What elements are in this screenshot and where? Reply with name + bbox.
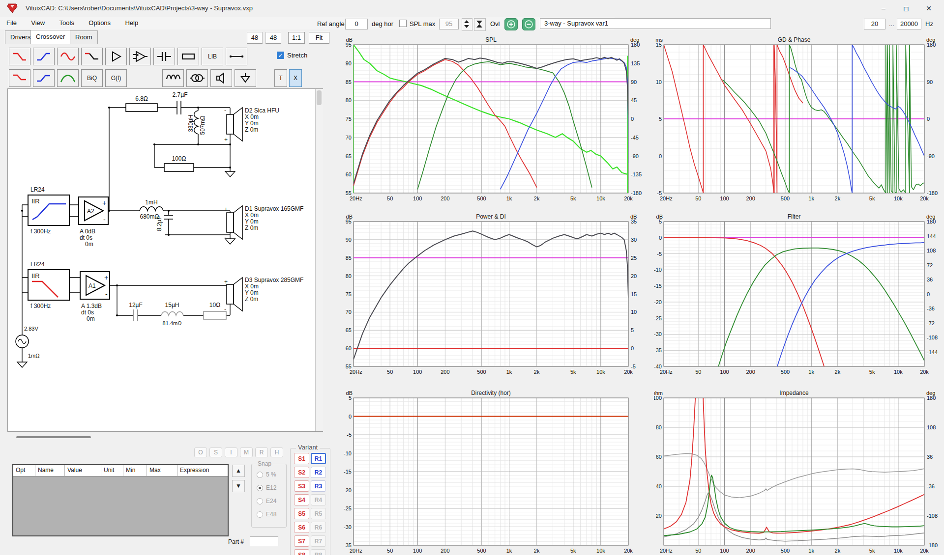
mid-amp-label[interactable]: A2 xyxy=(87,208,94,215)
snap-5pct-radio[interactable]: 5 % xyxy=(257,471,276,478)
freq-min-input[interactable]: 20 xyxy=(864,19,885,29)
part-number-input[interactable] xyxy=(250,536,278,546)
tab-room[interactable]: Room xyxy=(70,30,98,44)
peak-block-button[interactable] xyxy=(57,69,79,87)
wire-button[interactable] xyxy=(226,48,247,65)
variant-r1-button[interactable]: R1 xyxy=(311,453,326,464)
lowshelf-block-button[interactable] xyxy=(9,69,30,87)
stretch-option[interactable]: ✓ Stretch xyxy=(277,52,307,59)
h-column-button[interactable]: H xyxy=(270,448,283,457)
variant-s3-button[interactable]: S3 xyxy=(294,480,309,492)
grid-size-y-button[interactable]: 48 xyxy=(266,32,281,44)
d1-name[interactable]: D1 Supravox 165GMF xyxy=(245,205,303,212)
vscroll-thumb[interactable] xyxy=(317,90,322,105)
spl-max-checkbox[interactable] xyxy=(399,20,407,27)
spinner-control[interactable] xyxy=(462,18,472,31)
menu-help[interactable]: Help xyxy=(118,17,145,29)
text-tool-button[interactable]: T xyxy=(274,69,287,87)
menu-view[interactable]: View xyxy=(25,17,51,29)
svg-text:20k: 20k xyxy=(624,369,633,375)
chart-spl: SPLdBdeg95908580757065605518013590450-45… xyxy=(342,35,654,205)
m-column-button[interactable]: M xyxy=(240,448,253,457)
grid-size-x-button[interactable]: 48 xyxy=(247,32,263,44)
menu-file[interactable]: File xyxy=(0,17,23,29)
col-opt[interactable]: Opt xyxy=(13,465,35,476)
variant-s2-button[interactable]: S2 xyxy=(294,467,309,478)
col-unit[interactable]: Unit xyxy=(101,465,123,476)
variant-s1-button[interactable]: S1 xyxy=(294,453,309,464)
svg-text:50: 50 xyxy=(695,548,701,554)
variant-s7-button[interactable]: S7 xyxy=(294,535,309,547)
d3-name[interactable]: D3 Supravox 285GMF xyxy=(245,277,303,283)
col-name[interactable]: Name xyxy=(35,465,65,476)
variant-r4-button[interactable]: R4 xyxy=(311,494,326,505)
zoom-fit-button[interactable]: Fit xyxy=(309,32,329,44)
tab-crossover[interactable]: Crossover xyxy=(30,30,70,44)
col-max[interactable]: Max xyxy=(147,465,177,476)
schematic-vscrollbar[interactable] xyxy=(315,89,323,431)
variant-r7-button[interactable]: R7 xyxy=(311,535,326,547)
s-column-button[interactable]: S xyxy=(209,448,222,457)
variant-s4-button[interactable]: S4 xyxy=(294,494,309,505)
buffer-block-button[interactable] xyxy=(105,48,127,65)
overlay-add-button[interactable] xyxy=(504,18,518,30)
hscroll-thumb[interactable] xyxy=(16,436,91,438)
resistor-button[interactable] xyxy=(177,48,199,65)
shelf-block-button[interactable] xyxy=(81,48,103,65)
freq-max-input[interactable]: 20000 xyxy=(897,19,921,29)
delete-tool-button[interactable]: X xyxy=(289,69,302,87)
stretch-checkbox[interactable]: ✓ xyxy=(277,52,284,59)
transformer-button[interactable] xyxy=(186,69,208,87)
row-up-button[interactable]: ▲ xyxy=(232,465,245,477)
svg-text:GD & Phase: GD & Phase xyxy=(778,36,811,43)
biquad-button[interactable]: BiQ xyxy=(81,69,103,87)
close-button[interactable]: ✕ xyxy=(917,0,940,16)
variant-r2-button[interactable]: R2 xyxy=(311,467,326,478)
i-column-button[interactable]: I xyxy=(225,448,237,457)
bandpass-block-button[interactable] xyxy=(57,48,79,65)
snap-e48-radio[interactable]: E48 xyxy=(257,511,276,518)
maximize-button[interactable]: ◻ xyxy=(895,0,917,16)
overlay-remove-button[interactable] xyxy=(522,18,535,30)
opamp-block-button[interactable] xyxy=(129,48,151,65)
minimize-button[interactable]: – xyxy=(872,0,895,16)
schematic-canvas[interactable]: 6.8Ω 2.7µF 330µH 507mΩ 100Ω - + D2 Sica … xyxy=(7,88,323,432)
woofer-amp-label[interactable]: A1 xyxy=(88,282,96,289)
ground-button[interactable] xyxy=(235,69,256,87)
parameter-table[interactable]: Opt Name Value Unit Min Max Expression xyxy=(12,464,229,536)
app-logo-icon xyxy=(7,3,18,13)
mid-delay-label: dt 0s xyxy=(80,234,92,241)
variant-r5-button[interactable]: R5 xyxy=(311,508,326,519)
highshelf-block-button[interactable] xyxy=(33,69,55,87)
speaker-button[interactable] xyxy=(210,69,232,87)
variant-s6-button[interactable]: S6 xyxy=(294,522,309,533)
menu-options[interactable]: Options xyxy=(82,17,117,29)
r-column-button[interactable]: R xyxy=(255,448,268,457)
hourglass-button[interactable] xyxy=(474,18,486,31)
variant-s5-button[interactable]: S5 xyxy=(294,508,309,519)
col-expression[interactable]: Expression xyxy=(177,465,227,476)
variant-combo[interactable]: 3-way - Supravox var1 xyxy=(540,18,771,29)
variant-r3-button[interactable]: R3 xyxy=(311,480,326,492)
menu-tools[interactable]: Tools xyxy=(53,17,81,29)
col-min[interactable]: Min xyxy=(123,465,147,476)
library-button[interactable]: LIB xyxy=(202,48,223,65)
d2-name[interactable]: D2 Sica HFU xyxy=(245,107,279,114)
col-value[interactable]: Value xyxy=(65,465,101,476)
mid-freq-label: f 300Hz xyxy=(30,228,51,235)
lowpass-block-button[interactable] xyxy=(9,48,30,65)
snap-e12-radio[interactable]: E12 xyxy=(257,484,276,491)
row-down-button[interactable]: ▼ xyxy=(232,480,245,492)
schematic-hscrollbar[interactable] xyxy=(7,434,323,440)
inductor-button[interactable] xyxy=(162,69,184,87)
opt-column-button[interactable]: O xyxy=(194,448,207,457)
capacitor-button[interactable] xyxy=(153,48,175,65)
d2-plus: + xyxy=(224,136,228,143)
d1-z: Z 0m xyxy=(245,224,258,231)
gf-button[interactable]: G(f) xyxy=(105,69,127,87)
highpass-block-button[interactable] xyxy=(33,48,55,65)
variant-r6-button[interactable]: R6 xyxy=(311,522,326,533)
ref-angle-input[interactable]: 0 xyxy=(345,19,368,29)
snap-e24-radio[interactable]: E24 xyxy=(257,498,276,504)
zoom-1to1-button[interactable]: 1:1 xyxy=(288,32,305,44)
